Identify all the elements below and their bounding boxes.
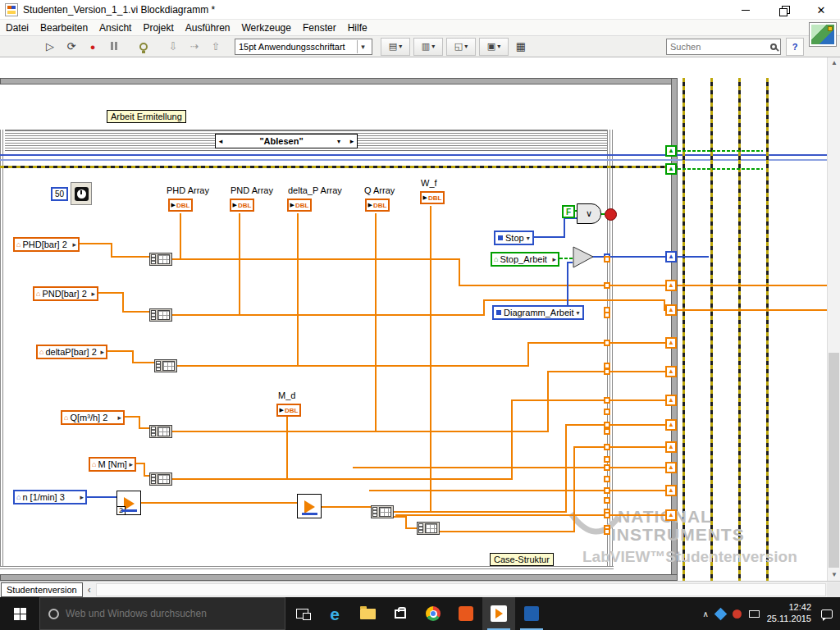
labview-vi-icon [5, 3, 18, 16]
conditional-terminal[interactable] [605, 208, 617, 221]
search-icon[interactable] [770, 43, 777, 50]
menu-datei[interactable]: Datei [0, 20, 34, 35]
build-array-node-5[interactable] [149, 472, 172, 486]
case-prev-icon[interactable]: ◂ [216, 137, 226, 145]
run-continuous-button[interactable]: ⟳ [61, 38, 82, 56]
tray-chevron-icon[interactable]: ∧ [702, 609, 708, 619]
distribute-icon: ▥ [422, 41, 430, 52]
cleanup-diagram-button[interactable]: ▦ [510, 38, 532, 56]
search-input[interactable] [670, 42, 770, 52]
vertical-scroll-thumb[interactable] [829, 353, 839, 568]
terminal-phd-array[interactable]: ▶DBL [168, 199, 193, 212]
control-n-1min[interactable]: ⌂n [1/min] 3▸ [13, 490, 87, 504]
edge-app-button[interactable]: e [318, 597, 351, 630]
build-array-node-1[interactable] [149, 253, 172, 266]
abort-button[interactable]: ● [82, 38, 103, 56]
horizontal-scrollbar[interactable] [96, 583, 826, 596]
resize-objects-button[interactable]: ◱▾ [446, 38, 476, 56]
distribute-objects-button[interactable]: ▥▾ [413, 38, 443, 56]
font-selector[interactable]: 15pt Anwendungsschriftart ▾ [235, 39, 372, 55]
build-array-node-3[interactable] [154, 359, 177, 372]
control-deltap-bar[interactable]: ⌂deltaP[bar] 2▸ [36, 345, 107, 359]
red-tray-icon[interactable] [733, 609, 742, 619]
labview-taskbar-button[interactable] [482, 597, 515, 630]
terminal-md[interactable]: ▶DBL [276, 404, 301, 417]
task-view-button[interactable] [285, 597, 318, 630]
menu-bearbeiten[interactable]: Bearbeiten [34, 20, 94, 35]
control-p nd-bar[interactable]: ⌂PND[bar] 2▸ [33, 286, 98, 301]
stop-local-variable[interactable]: Stop▾ [494, 231, 534, 245]
subvi-icon-2[interactable] [297, 494, 322, 518]
taskbar-clock[interactable]: 12:42 25.11.2015 [767, 602, 811, 625]
menu-werkzeuge[interactable]: Werkzeuge [235, 20, 296, 35]
run-button[interactable]: ▷ [39, 38, 61, 56]
taskbar: e ∧ 12:42 25.11.2015 [0, 597, 840, 630]
terminal-label-q-array: Q Array [364, 185, 395, 195]
reorder-button[interactable]: ▣▾ [479, 38, 509, 56]
build-array-node-7[interactable] [417, 522, 440, 535]
step-into-button[interactable]: ⇩ [162, 38, 184, 56]
case-dropdown-icon[interactable]: ▾ [337, 138, 347, 145]
case-selector[interactable]: ◂ "Ablesen" ▾ ▸ [215, 134, 358, 148]
tab-studentenversion[interactable]: Studentenversion [1, 582, 83, 597]
vi-window-taskbar-button[interactable] [515, 597, 548, 630]
close-button[interactable]: ✕ [802, 0, 840, 20]
menu-fenster[interactable]: Fenster [297, 20, 342, 35]
menu-hilfe[interactable]: Hilfe [342, 20, 373, 35]
highlight-execution-button[interactable] [133, 38, 154, 56]
block-diagram[interactable]: NATIONAL INSTRUMENTS LabVIEW™Studentenve… [0, 57, 827, 581]
menu-ausfuehren[interactable]: Ausführen [180, 20, 236, 35]
minimize-button[interactable] [727, 0, 765, 20]
local-variable-icon [498, 235, 503, 240]
store-app-button[interactable] [384, 597, 417, 630]
step-over-button[interactable]: ⇢ [184, 38, 205, 56]
stop-arbeit-control[interactable]: ⌂Stop_Arbeit▸ [491, 252, 559, 267]
build-array-node-2[interactable] [149, 308, 172, 322]
align-objects-button[interactable]: ▤▾ [381, 38, 410, 56]
terminal-deltap-array[interactable]: ▶DBL [287, 199, 312, 212]
build-array-node-4[interactable] [149, 425, 172, 438]
terminal-q-array[interactable]: ▶DBL [365, 199, 390, 212]
or-function[interactable]: ∨ [577, 203, 601, 224]
select-function[interactable] [573, 246, 594, 268]
menu-projekt[interactable]: Projekt [137, 20, 179, 35]
wait-ms-constant[interactable]: 50 [51, 187, 68, 201]
build-array-node-6[interactable] [371, 505, 394, 518]
display-tray-icon[interactable] [749, 610, 760, 618]
case-next-icon[interactable]: ▸ [347, 137, 357, 145]
case-struktur-label[interactable]: Case-Struktur [490, 553, 554, 566]
orange-app-icon [459, 606, 473, 621]
step-out-button[interactable]: ⇧ [205, 38, 226, 56]
wait-until-next-ms-function[interactable] [71, 182, 92, 205]
subvi-icon-1[interactable]: 2 [116, 491, 141, 515]
file-explorer-button[interactable] [351, 597, 384, 630]
dropbox-tray-icon[interactable] [714, 607, 727, 620]
scroll-up-icon[interactable]: ▲ [828, 57, 840, 69]
terminal-pnd-array[interactable]: ▶DBL [230, 199, 254, 212]
diagramm-arbeit-local-variable[interactable]: Diagramm_Arbeit▾ [492, 305, 584, 320]
orange-app-button[interactable] [450, 597, 482, 630]
pause-button[interactable] [103, 38, 125, 56]
menu-ansicht[interactable]: Ansicht [94, 20, 137, 35]
reorder-icon: ▣ [487, 41, 495, 52]
action-center-button[interactable] [819, 609, 835, 619]
vertical-scrollbar[interactable]: ▲ ▼ [827, 57, 840, 581]
terminal-label-pnd-array: PND Array [231, 185, 273, 195]
false-constant[interactable]: F [562, 205, 575, 218]
resize-icon: ◱ [454, 41, 463, 52]
dropdown-icon: ▾ [497, 43, 500, 50]
start-button[interactable] [0, 597, 39, 630]
control-m-nm[interactable]: ⌂M [Nm]▸ [89, 457, 136, 472]
terminal-wf[interactable]: ▶DBL [420, 191, 445, 204]
tab-scroll-left-icon[interactable]: ‹ [83, 584, 96, 596]
restore-button[interactable] [765, 0, 802, 20]
chrome-app-button[interactable] [417, 597, 450, 630]
scroll-down-icon[interactable]: ▼ [828, 569, 840, 581]
metronome-icon [75, 187, 89, 201]
taskbar-search-input[interactable] [66, 608, 276, 619]
vi-icon-pane[interactable] [809, 22, 837, 47]
free-label-arbeit[interactable]: Arbeit Ermitellung [107, 110, 186, 123]
control-phd-bar[interactable]: ⌂PHD[bar] 2▸ [13, 237, 80, 252]
control-q-m3h[interactable]: ⌂Q[m³/h] 2▸ [61, 410, 125, 425]
help-button[interactable]: ? [786, 38, 804, 56]
